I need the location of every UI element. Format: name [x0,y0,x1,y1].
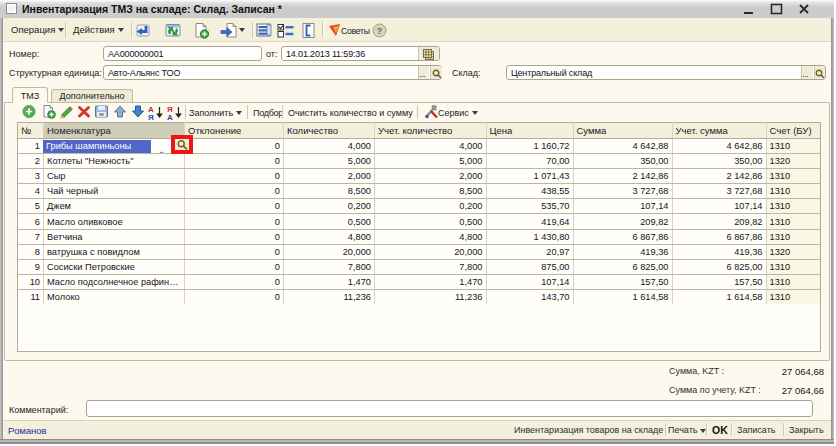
svg-text:Я: Я [148,113,154,121]
svg-text:?: ? [377,25,383,36]
svg-text:вк: вк [99,112,103,117]
svg-text:А: А [167,113,173,121]
